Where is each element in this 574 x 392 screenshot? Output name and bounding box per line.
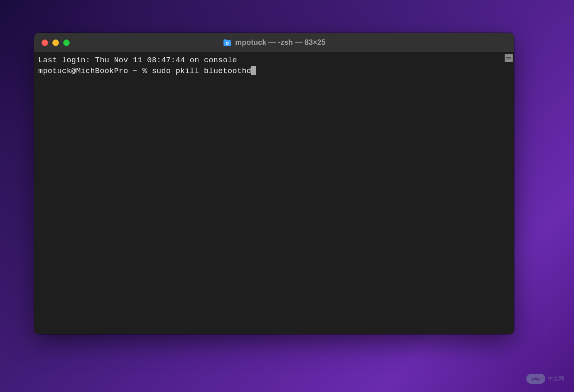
watermark-text: 中文网 [548, 375, 564, 382]
window-title-text: mpotuck — -zsh — 83×25 [235, 38, 326, 47]
titlebar[interactable]: mpotuck — -zsh — 83×25 [34, 33, 514, 53]
window-controls [34, 39, 70, 46]
command-text: sudo pkill bluetoothd [152, 67, 251, 76]
minimize-button[interactable] [52, 39, 59, 46]
terminal-body[interactable]: Last login: Thu Nov 11 08:47:44 on conso… [34, 53, 514, 334]
watermark-logo: php [526, 374, 545, 384]
folder-icon [223, 39, 232, 47]
close-button[interactable] [42, 39, 48, 46]
terminal-prompt-line: mpotuck@MichBookPro ~ % sudo pkill bluet… [38, 66, 510, 77]
scroll-indicator[interactable] [505, 54, 513, 62]
terminal-output-line: Last login: Thu Nov 11 08:47:44 on conso… [38, 55, 510, 66]
maximize-button[interactable] [63, 39, 70, 46]
cursor [251, 66, 256, 75]
terminal-window: mpotuck — -zsh — 83×25 Last login: Thu N… [34, 33, 514, 334]
window-title: mpotuck — -zsh — 83×25 [223, 38, 326, 47]
prompt-text: mpotuck@MichBookPro ~ % [38, 67, 152, 76]
watermark: php 中文网 [526, 374, 564, 384]
